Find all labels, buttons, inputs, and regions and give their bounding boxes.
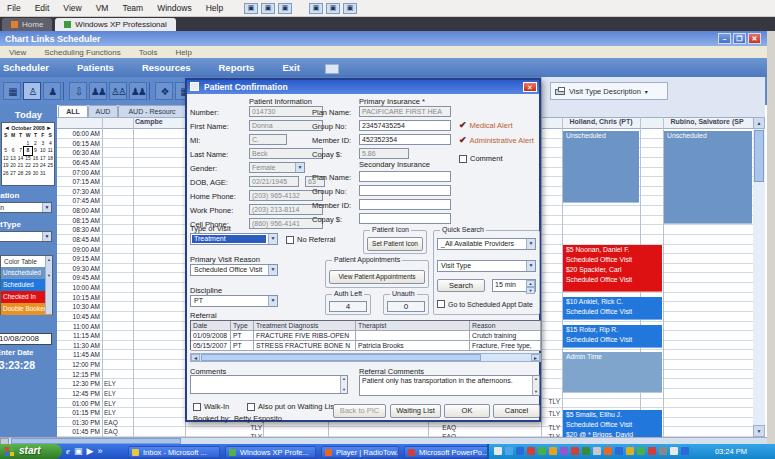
grid-tab-aud[interactable]: AUD <box>88 105 118 117</box>
calendar-day[interactable]: 2 <box>32 140 39 148</box>
appointment-block[interactable]: $15 Rotor, Rip R.Scheduled Office Visit <box>563 325 662 348</box>
chevron-down-icon[interactable]: ▼ <box>295 163 304 172</box>
calendar-day[interactable]: 21 <box>17 162 24 170</box>
calendar-day[interactable]: 26 <box>2 170 9 178</box>
discipline-select[interactable]: PT ▼ <box>190 295 278 307</box>
tray-icon[interactable] <box>571 447 579 455</box>
view-patient-appointments-button[interactable]: View Patient Appointments <box>329 270 425 284</box>
group-copy-icon[interactable]: ♙♙ <box>109 82 127 100</box>
text-field[interactable]: Female▼ <box>249 162 305 173</box>
scrollbar-thumb[interactable] <box>201 354 481 361</box>
taskbar-task-1[interactable]: Inbox - Microsoft ... <box>128 446 220 458</box>
tray-icon[interactable] <box>549 447 557 455</box>
appointment-block[interactable]: $5 Smails, Elihu J.Scheduled Office Visi… <box>563 410 662 437</box>
scroll-up-icon[interactable]: ▲ <box>753 117 765 129</box>
tray-icon[interactable] <box>670 447 678 455</box>
text-field[interactable]: 5.86 <box>359 148 409 159</box>
checkbox-icon[interactable] <box>286 236 294 244</box>
goto-scheduled-appt-checkbox[interactable]: Go to Scheduled Appt Date <box>437 300 533 308</box>
horizontal-scrollbar[interactable] <box>0 437 767 444</box>
tray-icon[interactable] <box>615 447 623 455</box>
tab-windows-xp-professional[interactable]: Windows XP Professional <box>55 18 175 31</box>
tray-icon[interactable] <box>593 447 601 455</box>
calendar-day[interactable]: 31 <box>39 170 46 178</box>
chevron-down-icon[interactable]: ▼ <box>268 265 277 275</box>
set-patient-icon-button[interactable]: Set Patient Icon <box>367 237 423 251</box>
tray-icon[interactable] <box>538 447 546 455</box>
calendar-day[interactable]: 13 <box>9 155 16 163</box>
calendar-day[interactable]: 18 <box>47 155 54 163</box>
calendar-day[interactable]: 12 <box>2 155 9 163</box>
waiting-list-button[interactable]: Waiting List <box>390 404 441 418</box>
taskbar-task-2[interactable]: Windows XP Profe... <box>225 446 316 458</box>
calendar-day[interactable]: 28 <box>17 170 24 178</box>
unity-icon[interactable]: ▣ <box>343 3 357 14</box>
calendar-day[interactable] <box>2 140 9 148</box>
calendar-day[interactable]: 14 <box>17 155 24 163</box>
tab-home[interactable]: Home <box>2 18 52 31</box>
referral-comments-textarea[interactable]: Patient only has transportation in the a… <box>359 375 540 396</box>
calendar-day[interactable]: 20 <box>9 162 16 170</box>
calendar-day[interactable]: 3 <box>39 140 46 148</box>
referral-table[interactable]: DateTypeTreatment DiagnosisTherapistReas… <box>190 320 541 350</box>
patient-select-icon[interactable]: ♙ <box>23 82 41 100</box>
chevron-more-icon[interactable]: » <box>97 445 102 458</box>
menubar-item[interactable]: Help <box>166 48 200 57</box>
checkbox-icon[interactable] <box>459 155 467 163</box>
tray-icon[interactable] <box>516 447 524 455</box>
dialog-titlebar[interactable]: Patient Confirmation <box>187 80 539 94</box>
media-player-icon[interactable]: ▶ <box>87 445 94 458</box>
fullscreen-icon[interactable]: ▣ <box>326 3 340 14</box>
calendar-day[interactable]: 19 <box>2 162 9 170</box>
chevron-down-icon[interactable]: ▼ <box>268 296 277 306</box>
calendar-day[interactable]: 8 <box>24 147 31 155</box>
table-cell[interactable]: Patricia Brooks <box>356 341 470 351</box>
show-desktop-icon[interactable]: ▣ <box>74 445 83 458</box>
taskbar-task-3[interactable]: Player | RadioTow... <box>321 446 399 458</box>
scroll-down-icon[interactable]: ▼ <box>753 425 765 437</box>
appointment-block[interactable]: Unscheduled <box>563 131 639 203</box>
menubar-item[interactable]: Scheduling Functions <box>35 48 130 57</box>
chevron-down-icon[interactable]: ▼ <box>42 203 51 212</box>
calendar-day[interactable]: 1 <box>24 140 31 148</box>
stamp-icon[interactable]: ❖ <box>155 82 173 100</box>
taskbar-task-4[interactable]: Microsoft PowerPo... <box>404 446 492 458</box>
grid-tab-aud-resourc[interactable]: AUD - Resourc <box>118 105 186 117</box>
calendar-day[interactable]: 10 <box>39 147 46 155</box>
close-button[interactable]: ✕ <box>748 33 761 44</box>
calendar-day[interactable]: 4 <box>47 140 54 148</box>
calendar-day[interactable]: 11 <box>47 147 54 155</box>
calendar-day[interactable]: 5 <box>2 147 9 155</box>
text-field[interactable]: 452352354 <box>359 134 451 145</box>
appointment-block[interactable]: $5 Noonan, Daniel F.Scheduled Office Vis… <box>563 245 662 292</box>
calendar-prev-icon[interactable]: ◄ <box>4 125 10 131</box>
duration-spinner[interactable]: 15 min ▲▼ <box>492 279 536 292</box>
scrollbar[interactable]: ▲▼ <box>532 376 539 395</box>
calendar-next-icon[interactable]: ► <box>46 125 52 131</box>
menubar-item[interactable]: Team <box>115 3 150 13</box>
menubar-item[interactable]: VM <box>89 3 116 13</box>
menubar-item[interactable]: View <box>0 48 35 57</box>
calendar-day[interactable]: 29 <box>24 170 31 178</box>
visit-type-description-button[interactable]: Visit Type Description ▾ <box>550 82 668 100</box>
calendar-day[interactable]: 9 <box>32 147 39 155</box>
menubar-item[interactable]: View <box>56 3 88 13</box>
checkbox-icon[interactable] <box>193 403 201 411</box>
calendar-day[interactable]: 6 <box>9 147 16 155</box>
group-schedule-icon[interactable]: ♟♟ <box>89 82 107 100</box>
menubar-item[interactable]: Tools <box>130 48 167 57</box>
table-cell[interactable]: FRACTURE FIVE RIBS-OPEN <box>254 331 356 341</box>
calendar-day[interactable]: 22 <box>24 162 31 170</box>
schedule-grid-icon[interactable]: ▦ <box>3 82 21 100</box>
tray-icon[interactable] <box>582 447 590 455</box>
spinner-up-icon[interactable]: ▲ <box>526 280 535 287</box>
scrollbar[interactable]: ▲▼ <box>340 376 347 393</box>
window-titlebar[interactable]: Chart Links Scheduler – ❐ ✕ <box>0 31 767 46</box>
scroll-right-icon[interactable]: ► <box>531 354 540 361</box>
table-cell[interactable]: Crutch training <box>470 331 541 341</box>
menubar-item[interactable]: Windows <box>150 3 198 13</box>
appointment-block[interactable]: Unscheduled <box>664 131 752 224</box>
location-select[interactable]: Main ▼ <box>0 202 52 213</box>
calendar-day[interactable]: 15 <box>24 155 31 163</box>
tray-icon[interactable] <box>505 447 513 455</box>
